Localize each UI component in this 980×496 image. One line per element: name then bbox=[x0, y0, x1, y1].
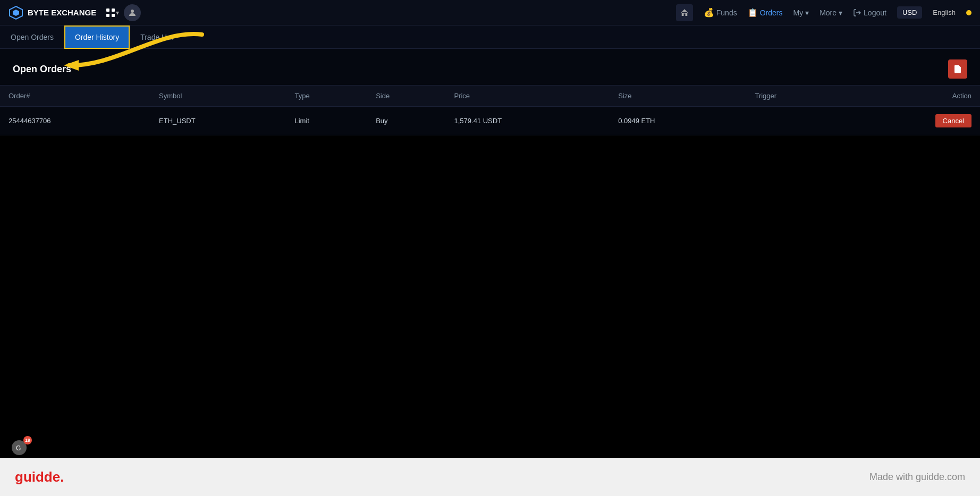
svg-marker-1 bbox=[13, 10, 19, 16]
currency-selector[interactable]: USD bbox=[897, 6, 922, 19]
tab-open-orders[interactable]: Open Orders bbox=[0, 25, 64, 49]
cell-symbol: ETH_USDT bbox=[150, 107, 286, 135]
grid-icon-svg bbox=[105, 7, 116, 18]
guidde-logo: guidde. bbox=[15, 469, 64, 485]
logout-label: Logout bbox=[864, 8, 886, 17]
notification-count: 19 bbox=[23, 436, 32, 444]
orders-icon: 📋 bbox=[748, 8, 758, 18]
svg-rect-5 bbox=[112, 14, 115, 17]
notification-badge[interactable]: G 19 bbox=[11, 439, 28, 456]
col-price: Price bbox=[445, 85, 610, 107]
language-label: English bbox=[933, 8, 956, 16]
svg-rect-3 bbox=[112, 8, 115, 12]
tabs-bar: Open Orders Order History Trade H... bbox=[0, 25, 980, 49]
my-chevron: ▾ bbox=[805, 8, 809, 17]
language-selector[interactable]: English bbox=[933, 8, 956, 16]
col-symbol: Symbol bbox=[150, 85, 286, 107]
table-header-row: Order# Symbol Type Side Price Size Trigg… bbox=[0, 85, 980, 107]
my-dropdown[interactable]: My ▾ bbox=[793, 8, 809, 17]
more-dropdown[interactable]: More ▾ bbox=[820, 8, 842, 17]
user-icon bbox=[128, 8, 137, 18]
grid-menu-icon[interactable]: ▾ bbox=[105, 5, 120, 20]
cell-price: 1,579.41 USDT bbox=[445, 107, 610, 135]
svg-rect-2 bbox=[106, 8, 109, 12]
footer: guidde. Made with guidde.com bbox=[0, 458, 980, 496]
col-size: Size bbox=[610, 85, 746, 107]
brand-logo-area: BYTE EXCHANGE bbox=[9, 5, 96, 20]
notification-area: G 19 bbox=[11, 439, 28, 458]
more-chevron: ▾ bbox=[839, 8, 842, 17]
export-button[interactable] bbox=[948, 59, 967, 79]
funds-icon: 💰 bbox=[704, 7, 714, 18]
footer-tagline: Made with guidde.com bbox=[869, 472, 965, 483]
svg-point-6 bbox=[131, 10, 134, 13]
navbar-right: 💰 Funds 📋 Orders My ▾ More ▾ Logout USD … bbox=[676, 4, 971, 21]
orders-link[interactable]: 📋 Orders bbox=[748, 8, 783, 18]
guidde-brand-text: guidde. bbox=[15, 469, 64, 485]
navbar: BYTE EXCHANGE ▾ 💰 Funds 📋 Orders bbox=[0, 0, 980, 25]
cell-trigger bbox=[746, 107, 844, 135]
orders-table-container: Order# Symbol Type Side Price Size Trigg… bbox=[0, 85, 980, 135]
brand-name: BYTE EXCHANGE bbox=[28, 8, 96, 17]
col-action: Action bbox=[844, 85, 980, 107]
orders-label: Orders bbox=[760, 8, 783, 17]
user-profile-button[interactable] bbox=[124, 4, 141, 21]
logout-icon bbox=[853, 8, 861, 17]
grid-chevron: ▾ bbox=[116, 9, 119, 16]
cell-order-num: 25444637706 bbox=[0, 107, 150, 135]
home-button[interactable] bbox=[676, 4, 693, 21]
cell-size: 0.0949 ETH bbox=[610, 107, 746, 135]
brand-icon bbox=[9, 5, 23, 20]
col-side: Side bbox=[367, 85, 445, 107]
orders-table: Order# Symbol Type Side Price Size Trigg… bbox=[0, 85, 980, 135]
table-row: 25444637706 ETH_USDT Limit Buy 1,579.41 … bbox=[0, 107, 980, 135]
svg-rect-4 bbox=[106, 14, 109, 17]
my-label: My bbox=[793, 8, 804, 17]
tab-trade-history[interactable]: Trade H... bbox=[130, 25, 184, 49]
currency-label: USD bbox=[902, 8, 917, 16]
funds-link[interactable]: 💰 Funds bbox=[704, 7, 737, 18]
svg-text:G: G bbox=[16, 444, 21, 452]
page-title-bar: Open Orders bbox=[0, 49, 980, 85]
tab-order-history[interactable]: Order History bbox=[64, 25, 130, 49]
more-label: More bbox=[820, 8, 837, 17]
logout-button[interactable]: Logout bbox=[853, 8, 886, 17]
export-icon bbox=[953, 64, 962, 74]
page-title: Open Orders bbox=[13, 64, 71, 75]
col-order-num: Order# bbox=[0, 85, 150, 107]
home-icon bbox=[680, 8, 689, 18]
cancel-order-button[interactable]: Cancel bbox=[935, 114, 971, 127]
cell-side: Buy bbox=[367, 107, 445, 135]
cell-type: Limit bbox=[286, 107, 367, 135]
status-dot bbox=[966, 10, 971, 15]
col-trigger: Trigger bbox=[746, 85, 844, 107]
cell-action: Cancel bbox=[844, 107, 980, 135]
col-type: Type bbox=[286, 85, 367, 107]
funds-label: Funds bbox=[716, 8, 737, 17]
